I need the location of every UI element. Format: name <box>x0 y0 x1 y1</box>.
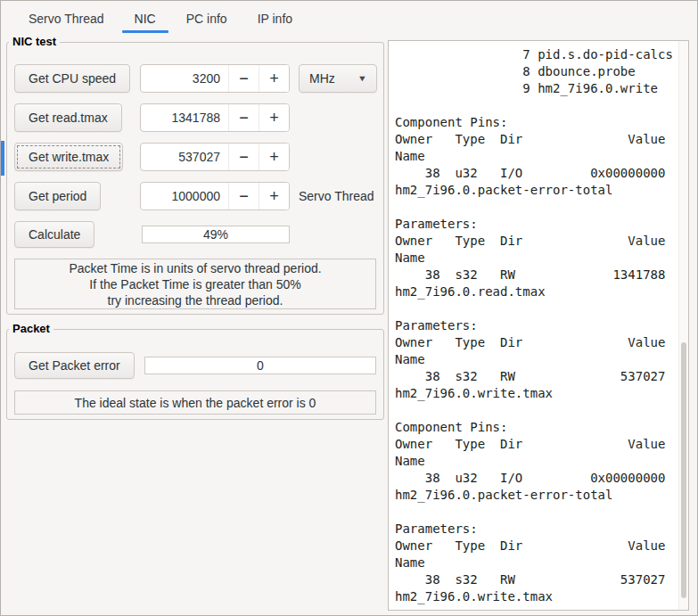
unit-dropdown[interactable]: MHz ▼ <box>299 64 377 93</box>
tab-label: Servo Thread <box>29 12 104 26</box>
plus-icon[interactable]: + <box>259 104 289 131</box>
period-value[interactable]: 1000000 <box>141 183 228 209</box>
packet-frame: Packet Get Packet error 0 The ideal stat… <box>6 329 384 420</box>
cpu-speed-value[interactable]: 3200 <box>141 65 228 92</box>
cpu-speed-spinbox[interactable]: 3200 − + <box>140 64 290 93</box>
tab-label: NIC <box>135 12 156 26</box>
hal-output-text: 7 pid.s.do-pid-calcs 8 dbounce.probe 9 h… <box>389 41 688 611</box>
minus-icon[interactable]: − <box>228 104 259 131</box>
minus-icon[interactable]: − <box>228 183 259 209</box>
nic-test-legend: NIC test <box>9 35 60 48</box>
calculate-button[interactable]: Calculate <box>14 221 94 248</box>
plus-icon[interactable]: + <box>259 144 289 170</box>
scrollbar-slider[interactable] <box>681 342 686 598</box>
app-window: Servo Thread NIC PC info IP info NIC tes… <box>0 0 698 616</box>
packet-time-note: Packet Time is in units of servo thread … <box>14 259 376 309</box>
tab-pc-info[interactable]: PC info <box>171 1 242 37</box>
packet-error-value[interactable]: 0 <box>144 357 376 374</box>
read-tmax-spinbox[interactable]: 1341788 − + <box>140 103 290 132</box>
tab-label: PC info <box>186 12 227 26</box>
write-tmax-value[interactable]: 537027 <box>141 144 228 170</box>
vertical-scrollbar[interactable] <box>678 41 688 610</box>
get-packet-error-button[interactable]: Get Packet error <box>14 352 135 379</box>
packet-error-note: The ideal state is when the packet error… <box>14 390 376 415</box>
packet-legend: Packet <box>9 322 53 335</box>
get-period-button[interactable]: Get period <box>14 182 101 210</box>
tab-bar: Servo Thread NIC PC info IP info <box>1 1 697 37</box>
nic-test-frame: NIC test Get CPU speed 3200 − + MHz ▼ Ge… <box>6 42 384 315</box>
chevron-down-icon: ▼ <box>357 74 367 83</box>
read-tmax-value[interactable]: 1341788 <box>141 104 228 131</box>
get-read-tmax-button[interactable]: Get read.tmax <box>14 103 122 132</box>
tab-nic[interactable]: NIC <box>119 1 171 37</box>
get-write-tmax-button[interactable]: Get write.tmax <box>14 143 123 171</box>
unit-dropdown-value: MHz <box>309 71 335 86</box>
minus-icon[interactable]: − <box>228 144 259 170</box>
period-spinbox[interactable]: 1000000 − + <box>140 182 290 210</box>
packet-time-progress: 49% <box>142 226 290 243</box>
focus-indicator <box>1 141 4 176</box>
plus-icon[interactable]: + <box>259 183 289 209</box>
servo-thread-label: Servo Thread <box>299 182 374 210</box>
get-cpu-speed-button[interactable]: Get CPU speed <box>14 64 130 93</box>
minus-icon[interactable]: − <box>228 65 259 92</box>
hal-output-textview[interactable]: 7 pid.s.do-pid-calcs 8 dbounce.probe 9 h… <box>388 40 689 611</box>
plus-icon[interactable]: + <box>259 65 289 92</box>
tab-servo-thread[interactable]: Servo Thread <box>13 1 119 37</box>
write-tmax-spinbox[interactable]: 537027 − + <box>140 143 290 171</box>
tab-ip-info[interactable]: IP info <box>242 1 308 37</box>
tab-label: IP info <box>258 12 292 26</box>
